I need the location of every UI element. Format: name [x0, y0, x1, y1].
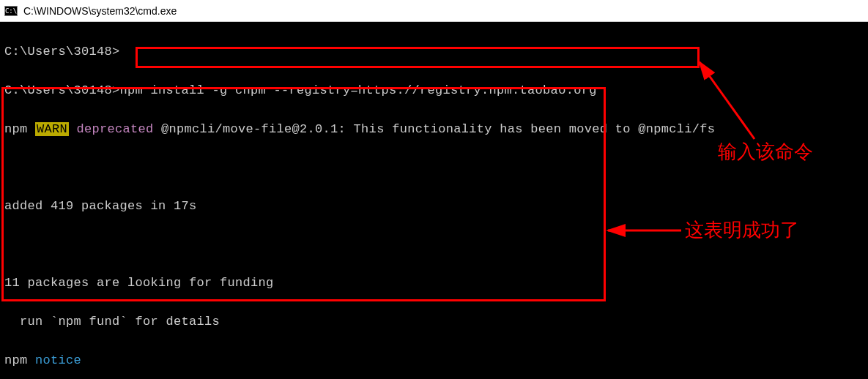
cmd-icon: C:\: [4, 6, 18, 16]
prompt-line-1: C:\Users\30148>: [0, 42, 868, 61]
funding-line-1: 11 packages are looking for funding: [0, 274, 868, 293]
warn-line: npm WARN deprecated @npmcli/move-file@2.…: [0, 120, 868, 139]
funding-line-2: run `npm fund` for details: [0, 312, 868, 331]
added-line: added 419 packages in 17s: [0, 197, 868, 216]
blank-line-2: [0, 236, 868, 255]
title-bar: C:\ C:\WINDOWS\system32\cmd.exe: [0, 0, 868, 22]
blank-line-1: [0, 158, 868, 177]
notice-line-1: npm notice: [0, 351, 868, 370]
window-title: C:\WINDOWS\system32\cmd.exe: [23, 5, 177, 17]
prompt-line-2: C:\Users\30148>npm install -g cnpm --reg…: [0, 81, 868, 100]
terminal-output[interactable]: C:\Users\30148> C:\Users\30148>npm insta…: [0, 22, 868, 379]
